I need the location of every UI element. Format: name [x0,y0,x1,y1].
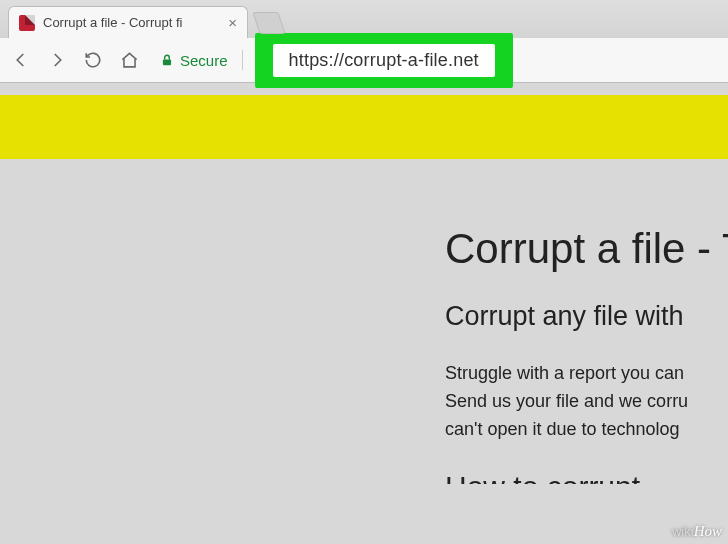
page-subheading: Corrupt any file with [445,301,728,332]
lock-icon [160,52,174,68]
toolbar: Secure https://corrupt-a-file.net [0,38,728,82]
reload-icon[interactable] [82,51,104,69]
page-content: Corrupt a file - T Corrupt any file with… [445,225,728,484]
address-bar[interactable]: https://corrupt-a-file.net [273,44,495,77]
close-icon[interactable]: × [228,15,237,30]
watermark: wikiHow [672,523,722,540]
watermark-prefix: wiki [672,524,694,539]
home-icon[interactable] [118,51,140,70]
new-tab-button[interactable] [252,12,285,34]
secure-label: Secure [180,52,228,69]
tab-title: Corrupt a file - Corrupt fi [43,15,220,30]
back-icon[interactable] [10,51,32,69]
favicon-icon [19,15,35,31]
body-line: Struggle with a report you can [445,360,728,388]
svg-rect-0 [163,59,171,65]
page-viewport: Corrupt a file - T Corrupt any file with… [0,95,728,544]
browser-tab[interactable]: Corrupt a file - Corrupt fi × [8,6,248,38]
url-highlight-box: https://corrupt-a-file.net [255,33,513,88]
body-line: Send us your file and we corru [445,388,728,416]
page-heading: Corrupt a file - T [445,225,728,273]
browser-chrome: Corrupt a file - Corrupt fi × Secure htt… [0,0,728,83]
page-heading-2: How to corrupt [445,470,728,484]
body-line: can't open it due to technolog [445,416,728,444]
site-banner [0,95,728,159]
page-body: Struggle with a report you can Send us y… [445,360,728,444]
toolbar-divider [242,50,243,70]
secure-indicator[interactable]: Secure [160,52,228,69]
forward-icon[interactable] [46,51,68,69]
watermark-suffix: How [694,523,722,539]
